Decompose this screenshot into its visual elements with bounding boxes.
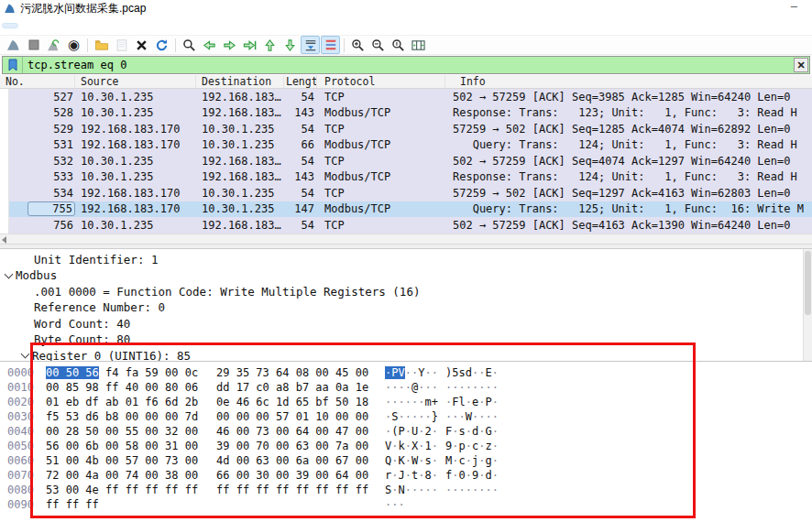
- zoom-original-button[interactable]: [389, 36, 408, 54]
- restart-capture-button[interactable]: [44, 36, 63, 54]
- hex-bytes-left: 56 00 6b 00 58 00 31 00: [46, 440, 216, 452]
- packet-row[interactable]: 529 192.168.183.170 10.30.1.235 54 TCP 5…: [9, 121, 812, 137]
- menu-item[interactable]: [17, 24, 32, 27]
- detail-line[interactable]: Word Count: 40: [0, 316, 812, 332]
- hex-selection: 00 50 56: [46, 366, 99, 379]
- open-file-button[interactable]: [92, 36, 111, 54]
- minimize-button[interactable]: –: [791, 0, 797, 13]
- resize-columns-icon: [411, 38, 425, 52]
- menu-item[interactable]: [76, 24, 91, 27]
- reload-button[interactable]: [152, 36, 171, 54]
- column-header-protocol[interactable]: Protocol: [317, 75, 445, 88]
- menu-item[interactable]: [47, 24, 61, 27]
- detail-line[interactable]: Reference Number: 0: [0, 299, 812, 316]
- arrow-left-icon: [203, 38, 216, 52]
- auto-scroll-toggle[interactable]: [301, 36, 320, 54]
- scrollbar-thumb[interactable]: [805, 251, 811, 316]
- hex-row[interactable]: 0080 53 00 4e ff ff ff ff ff ff ff ff ff…: [7, 483, 812, 497]
- zoom-in-button[interactable]: [348, 36, 368, 54]
- menu-item[interactable]: [61, 24, 76, 27]
- column-header-source[interactable]: Source: [75, 75, 196, 88]
- zoom-out-button[interactable]: [368, 36, 388, 54]
- hex-row[interactable]: 0050 56 00 6b 00 58 00 31 00 39 00 70 00…: [7, 439, 812, 453]
- hex-offset: 0050: [7, 440, 46, 452]
- packet-row[interactable]: 534 192.168.183.170 10.30.1.235 54 TCP 5…: [9, 185, 812, 201]
- column-header-length[interactable]: Length: [284, 75, 317, 88]
- detail-line[interactable]: .001 0000 = Function Code: Write Multipl…: [0, 284, 812, 300]
- go-forward-button[interactable]: [220, 36, 239, 54]
- packet-protocol-cell: Modbus/TCP: [317, 106, 445, 119]
- column-header-no[interactable]: No.: [0, 75, 75, 88]
- menu-item[interactable]: [149, 24, 164, 27]
- packet-row[interactable]: 533 10.30.1.235 192.168.183… 143 Modbus/…: [9, 169, 812, 186]
- go-to-packet-button[interactable]: [240, 36, 259, 54]
- filter-bookmark-button[interactable]: [3, 57, 23, 73]
- save-file-icon: [115, 38, 128, 52]
- hex-row[interactable]: 0030 f5 53 d6 b8 00 00 00 7d 00 00 00 57…: [7, 409, 812, 424]
- hex-bytes-left: 00 85 98 ff 40 00 80 06: [46, 381, 216, 394]
- packet-destination-cell: 10.30.1.235: [196, 202, 284, 215]
- go-first-button[interactable]: [260, 36, 280, 54]
- packet-source-cell: 10.30.1.235: [75, 170, 196, 183]
- save-file-button[interactable]: [112, 36, 131, 54]
- menu-item[interactable]: [32, 24, 47, 27]
- details-vscrollbar[interactable]: [803, 249, 812, 361]
- hex-row[interactable]: 0010 00 85 98 ff 40 00 80 06 dd 17 c0 a8…: [7, 380, 812, 395]
- packet-row[interactable]: 531 192.168.183.170 10.30.1.235 66 Modbu…: [9, 137, 812, 154]
- column-header-info[interactable]: Info: [445, 75, 812, 88]
- stop-capture-button[interactable]: [24, 36, 43, 54]
- detail-line[interactable]: Modbus: [0, 267, 812, 284]
- detail-line[interactable]: Unit Identifier: 1: [0, 252, 812, 268]
- resize-columns-button[interactable]: [409, 36, 428, 54]
- display-filter-input[interactable]: [23, 59, 794, 71]
- close-file-button[interactable]: [132, 36, 151, 54]
- menu-item[interactable]: [105, 24, 120, 27]
- packet-length-cell: 54: [284, 187, 317, 200]
- ascii-right: ········: [445, 484, 499, 496]
- hex-bytes-right: 39 00 70 00 63 00 7a 00: [216, 440, 385, 452]
- packet-row[interactable]: 528 10.30.1.235 192.168.183… 143 Modbus/…: [9, 105, 812, 122]
- packet-row[interactable]: 756 10.30.1.235 192.168.183… 54 TCP 502 …: [9, 217, 812, 234]
- packet-length-cell: 143: [284, 106, 317, 119]
- packet-protocol-cell: TCP: [317, 155, 445, 168]
- packet-list: No. Source Destination Length Protocol I…: [0, 75, 812, 244]
- toolbar-separator: [87, 38, 88, 52]
- find-packet-button[interactable]: [180, 36, 199, 54]
- packet-length-cell: 54: [284, 91, 317, 103]
- go-back-button[interactable]: [200, 36, 219, 54]
- hex-row[interactable]: 0060 51 00 4b 00 57 00 73 00 4d 00 63 00…: [7, 453, 812, 468]
- go-last-button[interactable]: [280, 36, 300, 54]
- detail-line[interactable]: Byte Count: 80: [0, 332, 812, 348]
- start-capture-button[interactable]: [4, 36, 23, 54]
- filter-clear-button[interactable]: ✕: [794, 58, 808, 72]
- packet-no-cell: 531: [9, 138, 75, 151]
- chevron-down-icon[interactable]: [18, 353, 32, 357]
- hex-row[interactable]: 0090 ff ff ff ···: [7, 497, 812, 512]
- detail-text: Modbus: [16, 268, 57, 282]
- packet-no-cell: 527: [9, 91, 75, 103]
- capture-options-button[interactable]: ◉: [64, 36, 83, 54]
- packet-source-cell: 192.168.183.170: [75, 138, 196, 151]
- menu-bar: [0, 16, 812, 35]
- chevron-down-icon[interactable]: [2, 274, 16, 277]
- menu-item[interactable]: [3, 24, 17, 27]
- menu-item[interactable]: [135, 24, 149, 27]
- hex-row[interactable]: 0070 72 00 4a 00 74 00 38 00 66 00 30 00…: [7, 468, 812, 483]
- menu-item[interactable]: [91, 24, 105, 27]
- packet-no-cell: 534: [9, 187, 75, 200]
- packet-row[interactable]: 532 10.30.1.235 192.168.183… 54 TCP 502 …: [9, 153, 812, 169]
- packet-no-cell: 528: [9, 106, 75, 119]
- hex-row[interactable]: 0000 00 50 56 f4 fa 59 00 0c 29 35 73 64…: [7, 365, 812, 380]
- packet-row[interactable]: 755 192.168.183.170 10.30.1.235 147 Modb…: [9, 201, 812, 218]
- menu-item[interactable]: [120, 24, 135, 27]
- hex-row[interactable]: 0040 00 28 50 00 55 00 32 00 46 00 73 00…: [7, 424, 812, 439]
- packet-row[interactable]: 527 10.30.1.235 192.168.183… 54 TCP 502 …: [9, 89, 812, 105]
- packet-source-cell: 192.168.183.170: [75, 123, 196, 136]
- packet-list-hscrollbar[interactable]: [0, 234, 812, 244]
- scroll-left-arrow-icon[interactable]: [2, 236, 6, 244]
- column-header-destination[interactable]: Destination: [196, 75, 284, 88]
- detail-line[interactable]: Register 0 (UINT16): 85: [0, 348, 812, 361]
- colorize-toggle[interactable]: [321, 36, 340, 54]
- hex-offset: 0030: [7, 410, 46, 423]
- hex-row[interactable]: 0020 01 eb df ab 01 f6 6d 2b 0e 46 6c 1d…: [7, 395, 812, 409]
